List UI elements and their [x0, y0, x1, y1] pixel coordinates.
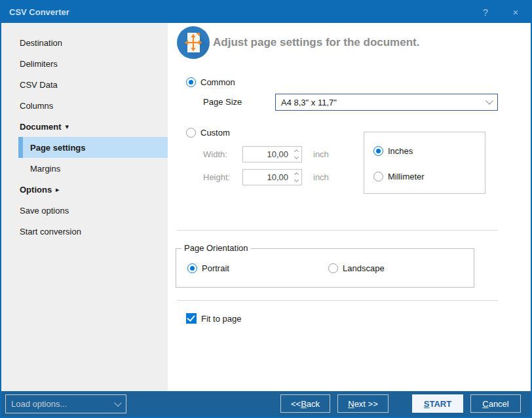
height-label: Height: [203, 172, 230, 182]
chevron-down-icon: ▾ [66, 123, 69, 131]
sidebar-item-columns[interactable]: Columns [1, 95, 168, 116]
landscape-radio[interactable] [328, 263, 338, 273]
chevron-down-icon [294, 178, 298, 182]
chevron-up-icon [294, 149, 298, 154]
page-title: Adjust page settings for the document. [213, 36, 419, 49]
units-groupbox: Inches Millimeter [364, 132, 485, 194]
close-icon: × [513, 7, 519, 18]
fit-to-page-row[interactable]: Fit to page [186, 313, 241, 324]
divider [177, 300, 498, 301]
sidebar-item-label: Save options [20, 206, 69, 216]
button-label: S [424, 399, 430, 409]
sidebar-item-margins[interactable]: Margins [1, 158, 168, 179]
common-radio[interactable] [186, 77, 196, 87]
page-settings-icon [177, 26, 210, 59]
sidebar-item-label: Columns [20, 101, 53, 111]
help-button[interactable]: ? [470, 1, 501, 23]
button-label: N [348, 399, 354, 409]
main-panel: Adjust page settings for the document. C… [168, 23, 531, 391]
button-label: B [301, 399, 307, 409]
inches-label: Inches [388, 146, 413, 156]
millimeter-radio-row[interactable]: Millimeter [373, 172, 425, 181]
height-unit-label: inch [313, 172, 329, 182]
custom-radio-row[interactable]: Custom [186, 128, 230, 138]
sidebar-item-options[interactable]: Options ▸ [1, 179, 168, 200]
button-label: TART [429, 399, 451, 409]
portrait-label: Portrait [202, 263, 229, 273]
height-spinner[interactable] [291, 170, 301, 185]
button-label: << [291, 399, 301, 409]
sidebar-item-page-settings[interactable]: Page settings [18, 137, 168, 158]
back-button[interactable]: << Back [280, 394, 330, 413]
title-bar: CSV Converter ? × [1, 1, 531, 23]
divider [177, 230, 498, 231]
landscape-label: Landscape [343, 263, 385, 273]
sidebar: Destination Delimiters CSV Data Columns … [1, 23, 168, 391]
next-button[interactable]: Next >> [337, 394, 389, 413]
chevron-down-icon [114, 399, 121, 406]
common-label: Common [200, 77, 235, 87]
width-value: 10,00 [243, 149, 291, 159]
button-label: C [482, 399, 488, 409]
page-orientation-legend: Page Orientation [181, 243, 251, 253]
load-options-value: Load options... [11, 399, 67, 409]
height-value: 10,00 [243, 172, 291, 182]
common-radio-row[interactable]: Common [186, 77, 235, 87]
window-title: CSV Converter [1, 7, 470, 17]
millimeter-label: Millimeter [388, 172, 425, 181]
sidebar-item-delimiters[interactable]: Delimiters [1, 53, 168, 74]
sidebar-item-label: Options [20, 185, 52, 195]
app-window: CSV Converter ? × Destination Delimiters… [0, 0, 532, 418]
start-button[interactable]: START [412, 394, 463, 413]
fit-to-page-label: Fit to page [201, 314, 241, 324]
close-button[interactable]: × [501, 1, 531, 23]
cancel-button[interactable]: Cancel [470, 394, 521, 413]
page-orientation-group: Page Orientation Portrait Landscape [176, 248, 474, 288]
chevron-down-icon [294, 155, 298, 159]
millimeter-radio[interactable] [373, 172, 383, 181]
chevron-down-icon [485, 97, 493, 104]
landscape-radio-row[interactable]: Landscape [328, 263, 385, 273]
button-label: ext >> [354, 399, 378, 409]
custom-radio[interactable] [186, 128, 196, 138]
custom-label: Custom [200, 128, 230, 138]
sidebar-item-csv-data[interactable]: CSV Data [1, 74, 168, 95]
inches-radio-row[interactable]: Inches [373, 146, 413, 156]
chevron-right-icon: ▸ [56, 185, 60, 194]
sidebar-item-start-conversion[interactable]: Start conversion [1, 221, 168, 242]
height-input[interactable]: 10,00 [242, 169, 302, 185]
sidebar-item-label: CSV Data [20, 80, 58, 90]
sidebar-item-label: Destination [20, 38, 62, 48]
fit-to-page-checkbox[interactable] [186, 313, 197, 324]
width-unit-label: inch [313, 149, 329, 159]
width-input[interactable]: 10,00 [242, 146, 302, 162]
page-size-value: A4 8,3" x 11,7" [281, 98, 337, 107]
load-options-select[interactable]: Load options... [5, 394, 126, 413]
sidebar-item-label: Start conversion [20, 227, 81, 237]
page-size-select[interactable]: A4 8,3" x 11,7" [275, 94, 498, 111]
width-label: Width: [203, 149, 227, 159]
button-label: ack [307, 399, 320, 409]
portrait-radio-row[interactable]: Portrait [187, 263, 229, 273]
width-spinner[interactable] [291, 147, 301, 162]
sidebar-item-save-options[interactable]: Save options [1, 200, 168, 221]
sidebar-item-label: Delimiters [20, 59, 58, 69]
sidebar-item-destination[interactable]: Destination [1, 32, 168, 53]
chevron-up-icon [294, 172, 298, 177]
sidebar-item-label: Margins [30, 164, 60, 174]
sidebar-item-label: Page settings [30, 143, 86, 153]
footer-bar: Load options... << Back Next >> START Ca… [1, 391, 531, 417]
help-icon: ? [483, 7, 488, 18]
button-label: ancel [489, 399, 509, 409]
sidebar-item-label: Document [20, 122, 62, 132]
portrait-radio[interactable] [187, 263, 197, 273]
sidebar-item-document[interactable]: Document ▾ [1, 116, 168, 137]
page-size-label: Page Size [203, 97, 242, 107]
inches-radio[interactable] [373, 146, 383, 156]
